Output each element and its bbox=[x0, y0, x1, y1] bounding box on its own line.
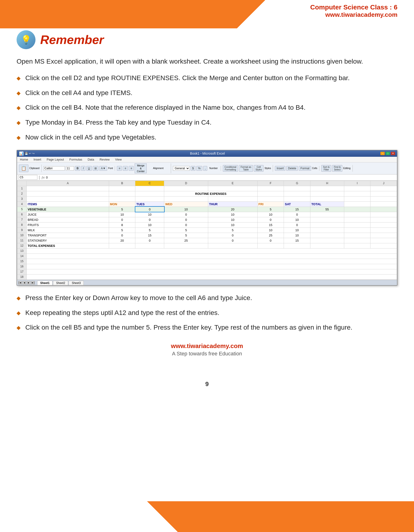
menu-insert[interactable]: Insert bbox=[33, 157, 42, 162]
cell[interactable] bbox=[109, 243, 135, 248]
cell[interactable]: 0 bbox=[284, 212, 310, 217]
cell[interactable]: 10 bbox=[164, 207, 208, 212]
align-left-btn[interactable]: ≡ bbox=[117, 166, 122, 171]
cell[interactable]: STATIONERY bbox=[27, 238, 109, 243]
cell[interactable] bbox=[370, 222, 397, 228]
cell[interactable] bbox=[310, 222, 344, 228]
cell[interactable] bbox=[310, 228, 344, 233]
cell[interactable]: TRANSPORT bbox=[27, 233, 109, 238]
name-box[interactable] bbox=[19, 175, 37, 180]
cell[interactable]: 5 bbox=[109, 228, 135, 233]
cell[interactable] bbox=[344, 228, 370, 233]
cell[interactable] bbox=[370, 233, 397, 238]
menu-page-layout[interactable]: Page Layout bbox=[46, 157, 65, 162]
cell[interactable] bbox=[135, 186, 164, 191]
cell[interactable] bbox=[344, 212, 370, 217]
format-as-table-btn[interactable]: Format asTable bbox=[239, 165, 253, 172]
menu-review[interactable]: Review bbox=[99, 157, 111, 162]
cell[interactable] bbox=[310, 217, 344, 222]
cell[interactable]: 5 bbox=[164, 228, 208, 233]
cell[interactable]: 5 bbox=[208, 228, 257, 233]
cell[interactable]: FRUITS bbox=[27, 222, 109, 228]
cell[interactable]: 0 bbox=[284, 222, 310, 228]
cell-routine-expenses[interactable]: ROUTINE EXPENSES bbox=[164, 191, 257, 196]
cell-tues[interactable]: TUES bbox=[135, 201, 164, 207]
cell[interactable] bbox=[310, 196, 344, 201]
cell[interactable] bbox=[27, 254, 397, 259]
col-c[interactable]: C bbox=[135, 181, 164, 186]
cell-thur[interactable]: THUR bbox=[208, 201, 257, 207]
underline-btn[interactable]: U bbox=[86, 166, 92, 171]
cell[interactable] bbox=[257, 243, 284, 248]
currency-btn[interactable]: $ bbox=[191, 166, 196, 171]
cell[interactable]: 0 bbox=[208, 233, 257, 238]
cell[interactable]: 10 bbox=[284, 228, 310, 233]
format-cells-btn[interactable]: Format bbox=[299, 166, 311, 171]
cell[interactable] bbox=[109, 191, 135, 196]
cell[interactable] bbox=[27, 269, 397, 274]
close-btn[interactable]: ✕ bbox=[391, 152, 395, 155]
cell[interactable]: 20 bbox=[109, 238, 135, 243]
cell[interactable]: 0 bbox=[208, 238, 257, 243]
cell[interactable] bbox=[344, 243, 370, 248]
cell[interactable]: 15 bbox=[284, 238, 310, 243]
cell[interactable] bbox=[310, 212, 344, 217]
cell-styles-btn[interactable]: CellStyles bbox=[254, 165, 264, 172]
cell[interactable] bbox=[310, 243, 344, 248]
italic-btn[interactable]: I bbox=[81, 166, 85, 171]
delete-cells-btn[interactable]: Delete bbox=[286, 166, 298, 171]
cell[interactable]: 10 bbox=[109, 212, 135, 217]
col-g[interactable]: G bbox=[284, 181, 310, 186]
cell[interactable]: 55 bbox=[310, 207, 344, 212]
cell[interactable]: 10 bbox=[135, 222, 164, 228]
cell[interactable] bbox=[257, 191, 284, 196]
cell[interactable] bbox=[284, 243, 310, 248]
cell[interactable] bbox=[135, 196, 164, 201]
cell[interactable] bbox=[164, 186, 208, 191]
next-sheet-btn[interactable]: ► bbox=[27, 281, 30, 285]
cell[interactable] bbox=[370, 217, 397, 222]
align-right-btn[interactable]: ≡ bbox=[129, 166, 134, 171]
align-center-btn[interactable]: ≡ bbox=[123, 166, 128, 171]
cell[interactable] bbox=[344, 186, 370, 191]
cell[interactable]: 10 bbox=[135, 212, 164, 217]
cell[interactable] bbox=[208, 186, 257, 191]
cell[interactable]: 0 bbox=[257, 238, 284, 243]
cell[interactable]: 10 bbox=[208, 212, 257, 217]
cell[interactable]: 10 bbox=[208, 222, 257, 228]
cell[interactable]: 0 bbox=[109, 217, 135, 222]
cell[interactable] bbox=[208, 243, 257, 248]
conditional-format-btn[interactable]: ConditionalFormatting bbox=[223, 165, 238, 172]
cell[interactable] bbox=[284, 186, 310, 191]
cell[interactable]: 10 bbox=[284, 233, 310, 238]
cell[interactable] bbox=[27, 196, 109, 201]
cell[interactable] bbox=[370, 196, 397, 201]
fill-color-btn[interactable]: A▼ bbox=[99, 166, 107, 171]
cell[interactable] bbox=[310, 233, 344, 238]
cell[interactable] bbox=[164, 196, 208, 201]
cell[interactable] bbox=[370, 191, 397, 196]
cell[interactable]: 0 bbox=[109, 233, 135, 238]
cell[interactable]: 15 bbox=[135, 233, 164, 238]
comma-btn[interactable]: , bbox=[203, 166, 207, 171]
cell[interactable] bbox=[135, 243, 164, 248]
cell[interactable] bbox=[310, 191, 344, 196]
cell[interactable] bbox=[344, 233, 370, 238]
cell[interactable]: 0 bbox=[135, 238, 164, 243]
cell-mon[interactable]: MON bbox=[109, 201, 135, 207]
cell[interactable]: 5 bbox=[109, 207, 135, 212]
last-sheet-btn[interactable]: ►| bbox=[31, 281, 35, 285]
merge-center-btn[interactable]: Merge & Center bbox=[135, 163, 147, 173]
cell[interactable]: 0 bbox=[164, 217, 208, 222]
cell[interactable]: 5 bbox=[257, 207, 284, 212]
sheet-tab-3[interactable]: Sheet3 bbox=[69, 281, 84, 285]
cell[interactable]: 5 bbox=[135, 228, 164, 233]
cell[interactable]: 10 bbox=[284, 217, 310, 222]
number-format-select[interactable]: General bbox=[173, 166, 190, 171]
cell[interactable] bbox=[208, 196, 257, 201]
cell[interactable] bbox=[164, 243, 208, 248]
menu-formulas[interactable]: Formulas bbox=[68, 157, 83, 162]
cell[interactable]: 0 bbox=[164, 222, 208, 228]
cell[interactable]: 25 bbox=[164, 238, 208, 243]
col-j[interactable]: J bbox=[370, 181, 397, 186]
